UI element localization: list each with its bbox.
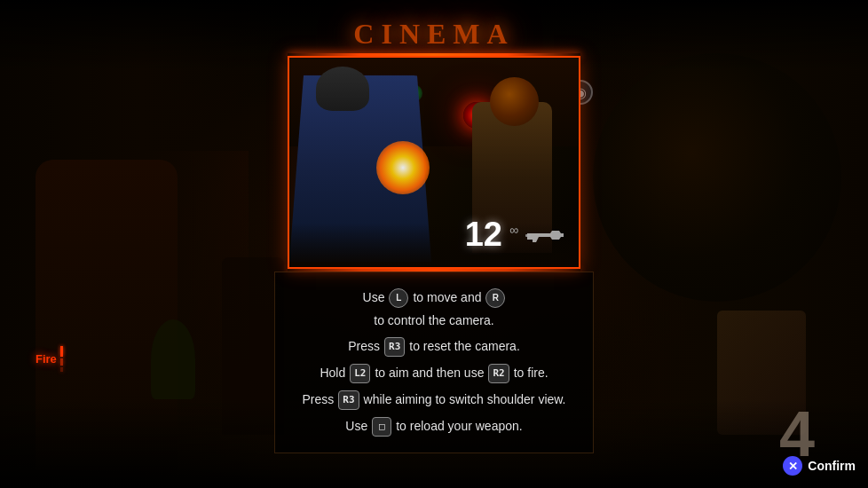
instruction-line-5: Use □ to reload your weapon.	[302, 417, 566, 437]
inst3-hold: Hold	[320, 365, 345, 382]
right-machine	[593, 53, 841, 302]
fire-bar-indicator	[60, 346, 63, 372]
fire-bar-line-2	[60, 358, 63, 366]
fire-bar-line-1	[60, 346, 63, 357]
weapon-icon	[525, 226, 565, 244]
frame-muzzle-flash	[376, 141, 430, 194]
inst3-fire: to fire.	[514, 365, 548, 382]
btn-R3-reset: R3	[384, 337, 405, 357]
confirm-label: Confirm	[808, 459, 856, 473]
inst4-shoulder: while aiming to switch shoulder view.	[364, 391, 566, 409]
btn-square: □	[372, 417, 391, 437]
ammo-count-display: 12	[465, 216, 502, 254]
svg-rect-0	[525, 234, 531, 237]
confirm-button[interactable]: ✕ Confirm	[783, 456, 856, 476]
fire-label: Fire	[36, 352, 57, 366]
cinema-sign: CINEMA	[353, 18, 514, 51]
fire-hud: Fire	[36, 346, 63, 372]
inst1-camera: to control the camera.	[374, 312, 493, 330]
frame-scene: 12 ∞	[289, 58, 579, 267]
btn-R2: R2	[488, 364, 509, 383]
btn-R: R	[485, 288, 505, 308]
instruction-line-2: Press R3 to reset the camera.	[302, 337, 566, 357]
instruction-line-3: Hold L2 to aim and then use R2 to fire.	[302, 364, 566, 383]
inst4-press: Press	[302, 391, 334, 409]
main-panel: 12 ∞ Use L to move and R to control the …	[274, 53, 594, 453]
btn-L: L	[389, 288, 408, 308]
frame-ammo-hud: 12 ∞	[465, 216, 565, 254]
btn-L2: L2	[350, 364, 370, 383]
inst1-use: Use	[363, 289, 385, 307]
ammo-infinity-display: ∞	[509, 223, 518, 237]
fire-bar-line-3	[60, 367, 63, 372]
frame-enemy-head	[490, 77, 539, 126]
inst5-reload: to reload your weapon.	[396, 418, 522, 436]
instruction-line-4: Press R3 while aiming to switch shoulder…	[302, 390, 566, 410]
inst2-press: Press	[348, 338, 380, 356]
x-button-icon: ✕	[783, 456, 802, 476]
instructions-panel: Use L to move and R to control the camer…	[274, 272, 594, 453]
btn-R3-shoulder: R3	[338, 390, 359, 410]
instruction-line-1: Use L to move and R to control the camer…	[302, 288, 566, 330]
inst5-use: Use	[345, 418, 367, 436]
left-plant	[151, 319, 195, 399]
game-frame: 12 ∞	[288, 56, 580, 269]
inst2-reset: to reset the camera.	[409, 338, 520, 356]
inst1-to-move: to move and	[413, 289, 481, 307]
inst3-aim: to aim and then use	[375, 365, 484, 382]
frame-player-head	[316, 67, 369, 111]
